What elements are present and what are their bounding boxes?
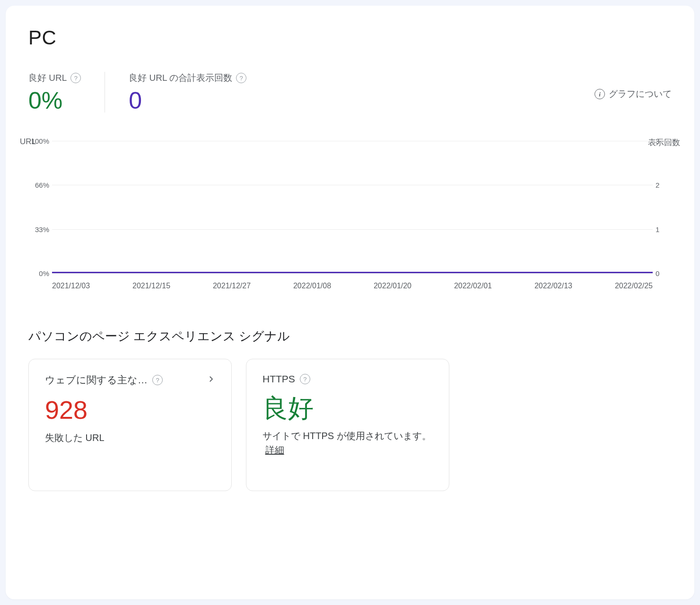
- x-tick: 2021/12/15: [132, 282, 170, 290]
- y-right-tick: 2: [656, 181, 669, 189]
- https-title: HTTPS: [262, 373, 295, 385]
- x-tick: 2021/12/27: [213, 282, 251, 290]
- https-details-link[interactable]: 詳細: [265, 445, 284, 455]
- metric-good-impr-label: 良好 URL の合計表示回数: [129, 72, 232, 84]
- help-icon[interactable]: ?: [236, 73, 246, 83]
- cwv-title: ウェブに関する主な…: [45, 373, 148, 387]
- x-tick: 2022/01/20: [374, 282, 411, 290]
- metrics-row: 良好 URL ? 0% 良好 URL の合計表示回数 ? 0 i グラフについて: [28, 72, 672, 112]
- cwv-subtitle: 失敗した URL: [45, 431, 215, 445]
- help-icon[interactable]: ?: [70, 73, 81, 83]
- metric-good-url-value: 0%: [28, 89, 81, 112]
- https-subtitle: サイトで HTTPS が使用されています。: [262, 431, 431, 441]
- chart-plot-area: 100% 66% 33% 0% 3 2 1 0: [52, 141, 653, 273]
- x-tick: 2021/12/03: [52, 282, 90, 290]
- about-chart-label: グラフについて: [609, 88, 672, 100]
- https-value: 良好: [262, 394, 433, 422]
- chart-series-line: [52, 272, 653, 273]
- y-right-tick: 0: [656, 269, 669, 277]
- y-right-tick: 1: [656, 225, 669, 233]
- x-tick: 2022/02/01: [454, 282, 492, 290]
- y-right-tick: 3: [656, 137, 669, 145]
- x-axis-ticks: 2021/12/03 2021/12/15 2021/12/27 2022/01…: [52, 282, 653, 290]
- y-left-tick: 66%: [26, 181, 49, 189]
- metric-good-impr-value: 0: [129, 89, 246, 112]
- chevron-right-icon: [207, 374, 215, 386]
- y-left-tick: 0%: [26, 269, 49, 277]
- page-title: PC: [28, 26, 672, 49]
- cwv-value: 928: [45, 396, 215, 424]
- signals-section-title: パソコンのページ エクスペリエンス シグナル: [28, 328, 672, 345]
- x-tick: 2022/02/25: [615, 282, 653, 290]
- metric-good-impressions: 良好 URL の合計表示回数 ? 0: [105, 72, 270, 112]
- help-icon[interactable]: ?: [300, 374, 310, 384]
- trend-chart: URL 表示回数 100% 66% 33% 0% 3 2 1 0 2021/12…: [28, 141, 672, 290]
- metric-good-url: 良好 URL ? 0%: [28, 72, 105, 112]
- core-web-vitals-card[interactable]: ウェブに関する主な… ? 928 失敗した URL: [28, 359, 232, 491]
- y-left-tick: 33%: [26, 225, 49, 233]
- https-card: HTTPS ? 良好 サイトで HTTPS が使用されています。 詳細: [246, 359, 449, 491]
- about-chart-link[interactable]: i グラフについて: [595, 88, 672, 100]
- info-icon: i: [595, 89, 605, 99]
- x-tick: 2022/02/13: [534, 282, 572, 290]
- y-left-tick: 100%: [26, 137, 49, 145]
- x-tick: 2022/01/08: [293, 282, 331, 290]
- help-icon[interactable]: ?: [152, 375, 163, 385]
- metric-good-url-label: 良好 URL: [28, 72, 67, 84]
